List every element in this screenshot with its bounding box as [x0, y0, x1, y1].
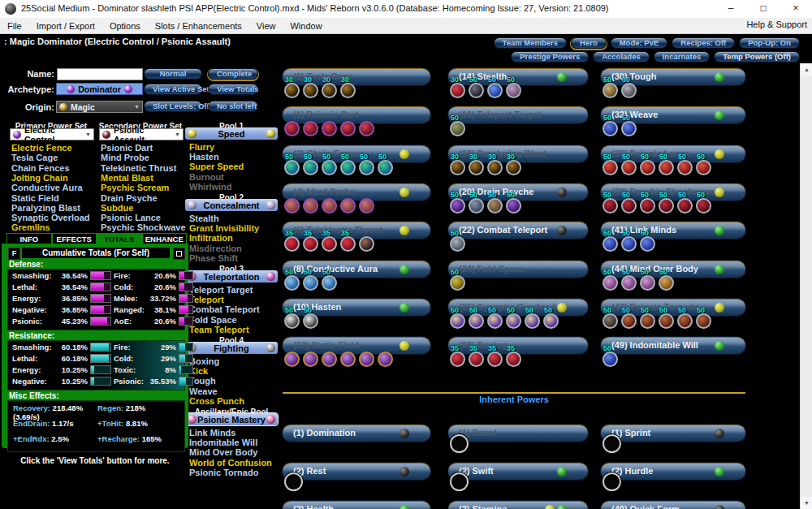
pop-up-on-button[interactable]: Pop-Up: On	[739, 37, 800, 49]
enhancement-slot[interactable]: 30	[621, 75, 640, 98]
pool-item-indomitable-will[interactable]: Indomitable Will	[189, 438, 257, 447]
enhancement-slot[interactable]: 35	[322, 229, 340, 252]
enhancement-slot[interactable]: 30	[303, 75, 322, 98]
pool-header-concealment[interactable]: Concealment	[185, 199, 278, 211]
enhancement-slot[interactable]	[340, 191, 359, 214]
enhancement-slot[interactable]: 50	[543, 306, 562, 329]
enhancement-slot[interactable]: 50	[659, 153, 677, 175]
empty-slot-ring[interactable]	[603, 472, 621, 491]
origin-dropdown[interactable]: Magic ▼	[56, 101, 143, 113]
enhancement-slot[interactable]	[359, 229, 378, 252]
powerlist-item-chain-fences[interactable]: Chain Fences	[11, 163, 70, 173]
pool-item-psionic-tornado[interactable]: Psionic Tornado	[189, 468, 258, 477]
power-bar-stamina[interactable]: (2) Stamina	[448, 501, 588, 509]
enhancement-slot[interactable]: 50	[603, 306, 621, 329]
enhancement-slot[interactable]: 50	[603, 114, 621, 136]
enhancement-slot[interactable]: 50	[621, 306, 640, 329]
empty-slot-ring[interactable]	[603, 434, 621, 453]
pool-item-cross-punch[interactable]: Cross Punch	[189, 396, 244, 406]
prestige-powers-button[interactable]: Prestige Powers	[511, 51, 589, 63]
power-bar-quick-form[interactable]: (49) Quick Form	[601, 501, 745, 509]
enhancement-slot[interactable]	[322, 114, 340, 136]
enhancement-slot[interactable]: 50	[322, 268, 340, 291]
powerlist-item-paralyzing-blast[interactable]: Paralyzing Blast	[11, 203, 80, 213]
pool-item-whirlwind[interactable]: Whirlwind	[189, 182, 232, 192]
pool-item-world-of-confusion[interactable]: World of Confusion	[189, 458, 272, 468]
vertical-scrollbar[interactable]: ▲ ▼	[800, 63, 812, 509]
power-bar-rest[interactable]: (2) Rest	[283, 463, 430, 480]
enhancement-slot[interactable]	[359, 114, 378, 136]
enhancement-slot[interactable]: 50	[303, 306, 322, 329]
incarnates-button[interactable]: Incarnates	[654, 51, 710, 63]
enhancement-slot[interactable]: 35	[284, 229, 303, 252]
menu-view[interactable]: View	[249, 19, 283, 32]
power-bar-sprint[interactable]: (1) Sprint	[601, 425, 745, 442]
enhancement-slot[interactable]: 50	[640, 191, 659, 214]
enhancement-slot[interactable]: 50	[603, 229, 621, 252]
mode-pve-button[interactable]: Mode: PvE	[611, 37, 668, 49]
enhancement-slot[interactable]: 50	[621, 191, 640, 214]
enhancement-slot[interactable]: 50	[640, 306, 659, 329]
menu-slots-enhancements[interactable]: Slots / Enhancements	[148, 19, 249, 32]
enhancement-slot[interactable]	[359, 191, 378, 214]
enhancement-slot[interactable]: 30	[284, 75, 303, 98]
enhancement-slot[interactable]	[359, 344, 378, 367]
minimize-button[interactable]: –	[715, 0, 747, 18]
powerlist-item-telekinetic-thrust[interactable]: Telekinetic Thrust	[101, 163, 176, 173]
pool-item-weave[interactable]: Weave	[189, 386, 218, 396]
enhancement-slot[interactable]: 50	[450, 268, 469, 291]
power-bar-brawl[interactable]: (1) Brawl	[448, 425, 588, 442]
temp-powers-off--button[interactable]: Temp Powers (Off)	[714, 51, 800, 63]
hero-button[interactable]: Hero	[571, 37, 607, 49]
enhancement-slot[interactable]: 50	[696, 153, 715, 175]
pool-item-misdirection[interactable]: Misdirection	[189, 244, 242, 253]
enhancement-slot[interactable]	[340, 344, 359, 367]
enhancement-slot[interactable]: 50	[677, 153, 696, 175]
power-bar-teleport-target[interactable]: (16) Teleport Target	[448, 106, 588, 123]
pool-item-fold-space[interactable]: Fold Space	[189, 315, 237, 325]
enhancement-slot[interactable]	[284, 191, 303, 214]
enhancement-slot[interactable]: 50	[506, 191, 525, 214]
power-bar-swift[interactable]: (2) Swift	[448, 463, 588, 480]
enhancement-slot[interactable]: 50	[303, 268, 322, 291]
powerlist-item-synaptic-overload[interactable]: Synaptic Overload	[11, 213, 90, 222]
power-bar-indomitable-will[interactable]: (49) Indomitable Will	[601, 337, 745, 354]
enhancement-slot[interactable]: 35	[450, 344, 469, 367]
enhancement-slot[interactable]: 50	[621, 268, 640, 291]
menu-window[interactable]: Window	[283, 19, 329, 32]
enhancement-slot[interactable]: 50	[340, 153, 359, 175]
enhancement-slot[interactable]: 50	[487, 306, 506, 329]
pool-item-phase-shift[interactable]: Phase Shift	[189, 253, 238, 263]
enhancement-slot[interactable]	[340, 114, 359, 136]
recipes-off-button[interactable]: Recipes: Off	[672, 37, 735, 49]
menu-import-export[interactable]: Import / Export	[29, 19, 102, 32]
secondary-set-dropdown[interactable]: Psionic Assault ▼	[99, 128, 184, 140]
menu-file[interactable]: File	[0, 19, 29, 32]
enhancement-slot[interactable]: 50	[621, 229, 640, 252]
complete-button[interactable]: Complete	[208, 68, 258, 80]
powerlist-item-tesla-cage[interactable]: Tesla Cage	[11, 153, 58, 162]
powerlist-item-mental-blast[interactable]: Mental Blast	[101, 173, 153, 183]
powerlist-item-conductive-aura[interactable]: Conductive Aura	[11, 183, 83, 192]
pool-header-speed[interactable]: Speed	[185, 127, 278, 140]
enhancement-slot[interactable]: 50	[284, 268, 303, 291]
enhancement-slot[interactable]: 50	[525, 306, 543, 329]
enhancement-slot[interactable]: 50	[450, 114, 469, 136]
powerlist-item-psychic-shockwave[interactable]: Psychic Shockwave	[101, 222, 186, 232]
archetype-dropdown[interactable]: Dominator	[56, 83, 143, 95]
powerlist-item-psionic-dart[interactable]: Psionic Dart	[101, 143, 153, 153]
enhancement-slot[interactable]: 50	[677, 191, 696, 214]
scroll-up-icon[interactable]: ▲	[801, 63, 812, 75]
enhancement-slot[interactable]: 50	[659, 306, 677, 329]
powerlist-item-psionic-lance[interactable]: Psionic Lance	[101, 213, 161, 222]
enhancement-slot[interactable]: 30	[322, 75, 340, 98]
enhancement-slot[interactable]: 50	[603, 191, 621, 214]
enhancement-slot[interactable]: 50	[696, 191, 715, 214]
enhancement-slot[interactable]: 30	[340, 75, 359, 98]
pool-item-team-teleport[interactable]: Team Teleport	[189, 325, 249, 334]
enhancement-slot[interactable]: 50	[603, 153, 621, 175]
enhancement-slot[interactable]: 30	[506, 153, 525, 175]
enhancement-slot[interactable]	[322, 191, 340, 214]
powerlist-item-drain-psyche[interactable]: Drain Psyche	[101, 193, 158, 203]
enhancement-slot[interactable]: 50	[621, 114, 640, 136]
